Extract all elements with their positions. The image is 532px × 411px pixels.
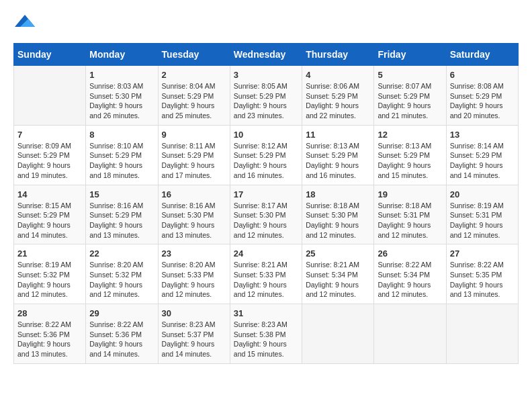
header-cell-wednesday: Wednesday [230,44,302,66]
day-cell [302,304,374,364]
day-number: 30 [162,308,226,318]
day-info: Sunrise: 8:16 AMSunset: 5:29 PMDaylight:… [89,201,154,240]
day-info: Sunrise: 8:08 AMSunset: 5:29 PMDaylight:… [450,81,515,121]
day-info: Sunrise: 8:22 AMSunset: 5:35 PMDaylight:… [450,260,515,300]
header-cell-saturday: Saturday [446,44,518,66]
logo-icon [15,13,35,30]
day-info: Sunrise: 8:12 AMSunset: 5:29 PMDaylight:… [234,141,298,181]
day-cell: 10Sunrise: 8:12 AMSunset: 5:29 PMDayligh… [230,125,302,185]
day-cell: 29Sunrise: 8:22 AMSunset: 5:36 PMDayligh… [86,304,158,364]
day-cell: 16Sunrise: 8:16 AMSunset: 5:30 PMDayligh… [158,185,230,244]
week-row-1: 1Sunrise: 8:03 AMSunset: 5:30 PMDaylight… [14,66,519,126]
day-info: Sunrise: 8:14 AMSunset: 5:29 PMDaylight:… [450,141,515,181]
day-number: 31 [234,308,298,318]
day-cell: 21Sunrise: 8:19 AMSunset: 5:32 PMDayligh… [14,244,86,304]
day-info: Sunrise: 8:20 AMSunset: 5:33 PMDaylight:… [162,260,226,300]
day-cell [446,304,518,364]
day-cell: 28Sunrise: 8:22 AMSunset: 5:36 PMDayligh… [14,304,86,364]
day-cell [14,66,86,126]
day-cell: 30Sunrise: 8:23 AMSunset: 5:37 PMDayligh… [158,304,230,364]
day-number: 26 [378,248,442,259]
day-info: Sunrise: 8:15 AMSunset: 5:29 PMDaylight:… [17,201,82,240]
day-info: Sunrise: 8:21 AMSunset: 5:33 PMDaylight:… [234,260,298,300]
day-cell: 2Sunrise: 8:04 AMSunset: 5:29 PMDaylight… [158,66,230,126]
day-cell: 9Sunrise: 8:11 AMSunset: 5:29 PMDaylight… [158,125,230,185]
day-info: Sunrise: 8:16 AMSunset: 5:30 PMDaylight:… [162,201,226,240]
day-number: 21 [17,248,82,259]
week-row-5: 28Sunrise: 8:22 AMSunset: 5:36 PMDayligh… [14,304,519,364]
day-info: Sunrise: 8:10 AMSunset: 5:29 PMDaylight:… [89,141,154,181]
day-cell: 17Sunrise: 8:17 AMSunset: 5:30 PMDayligh… [230,185,302,244]
day-info: Sunrise: 8:19 AMSunset: 5:31 PMDaylight:… [450,201,515,240]
header-row: SundayMondayTuesdayWednesdayThursdayFrid… [14,44,519,66]
day-info: Sunrise: 8:23 AMSunset: 5:37 PMDaylight:… [162,320,226,359]
day-cell: 22Sunrise: 8:20 AMSunset: 5:32 PMDayligh… [86,244,158,304]
day-cell: 3Sunrise: 8:05 AMSunset: 5:29 PMDaylight… [230,66,302,126]
day-info: Sunrise: 8:22 AMSunset: 5:36 PMDaylight:… [89,320,154,359]
day-number: 1 [89,70,154,80]
week-row-4: 21Sunrise: 8:19 AMSunset: 5:32 PMDayligh… [14,244,519,304]
day-info: Sunrise: 8:07 AMSunset: 5:29 PMDaylight:… [378,81,442,121]
logo [13,13,35,33]
day-number: 3 [234,70,298,80]
day-number: 14 [17,189,82,199]
day-number: 2 [162,70,226,80]
day-number: 28 [17,308,82,318]
day-number: 24 [234,248,298,259]
day-number: 12 [378,130,442,140]
day-info: Sunrise: 8:06 AMSunset: 5:29 PMDaylight:… [306,81,370,121]
day-number: 16 [162,189,226,199]
day-number: 13 [450,130,515,140]
day-number: 8 [89,130,154,140]
day-info: Sunrise: 8:03 AMSunset: 5:30 PMDaylight:… [89,81,154,121]
day-cell: 15Sunrise: 8:16 AMSunset: 5:29 PMDayligh… [86,185,158,244]
day-info: Sunrise: 8:13 AMSunset: 5:29 PMDaylight:… [378,141,442,181]
day-info: Sunrise: 8:05 AMSunset: 5:29 PMDaylight:… [234,81,298,121]
header-cell-monday: Monday [86,44,158,66]
day-number: 4 [306,70,370,80]
day-cell: 6Sunrise: 8:08 AMSunset: 5:29 PMDaylight… [446,66,518,126]
day-info: Sunrise: 8:09 AMSunset: 5:29 PMDaylight:… [17,141,82,181]
day-cell: 31Sunrise: 8:23 AMSunset: 5:38 PMDayligh… [230,304,302,364]
day-info: Sunrise: 8:13 AMSunset: 5:29 PMDaylight:… [306,141,370,181]
day-info: Sunrise: 8:23 AMSunset: 5:38 PMDaylight:… [234,320,298,359]
day-number: 29 [89,308,154,318]
day-info: Sunrise: 8:20 AMSunset: 5:32 PMDaylight:… [89,260,154,300]
day-cell: 14Sunrise: 8:15 AMSunset: 5:29 PMDayligh… [14,185,86,244]
day-number: 11 [306,130,370,140]
day-number: 23 [162,248,226,259]
day-number: 22 [89,248,154,259]
header-cell-friday: Friday [374,44,446,66]
day-cell: 11Sunrise: 8:13 AMSunset: 5:29 PMDayligh… [302,125,374,185]
day-number: 7 [17,130,82,140]
day-cell: 4Sunrise: 8:06 AMSunset: 5:29 PMDaylight… [302,66,374,126]
day-cell: 18Sunrise: 8:18 AMSunset: 5:30 PMDayligh… [302,185,374,244]
day-number: 5 [378,70,442,80]
header [13,13,519,33]
day-cell: 5Sunrise: 8:07 AMSunset: 5:29 PMDaylight… [374,66,446,126]
header-cell-thursday: Thursday [302,44,374,66]
day-info: Sunrise: 8:19 AMSunset: 5:32 PMDaylight:… [17,260,82,300]
day-number: 15 [89,189,154,199]
day-cell: 7Sunrise: 8:09 AMSunset: 5:29 PMDaylight… [14,125,86,185]
day-cell: 13Sunrise: 8:14 AMSunset: 5:29 PMDayligh… [446,125,518,185]
day-info: Sunrise: 8:18 AMSunset: 5:30 PMDaylight:… [306,201,370,240]
day-cell: 27Sunrise: 8:22 AMSunset: 5:35 PMDayligh… [446,244,518,304]
day-number: 25 [306,248,370,259]
day-cell: 19Sunrise: 8:18 AMSunset: 5:31 PMDayligh… [374,185,446,244]
day-info: Sunrise: 8:21 AMSunset: 5:34 PMDaylight:… [306,260,370,300]
day-cell: 8Sunrise: 8:10 AMSunset: 5:29 PMDaylight… [86,125,158,185]
day-cell: 24Sunrise: 8:21 AMSunset: 5:33 PMDayligh… [230,244,302,304]
calendar-table: SundayMondayTuesdayWednesdayThursdayFrid… [13,43,519,364]
day-cell: 12Sunrise: 8:13 AMSunset: 5:29 PMDayligh… [374,125,446,185]
header-cell-sunday: Sunday [14,44,86,66]
day-number: 6 [450,70,515,80]
header-cell-tuesday: Tuesday [158,44,230,66]
week-row-3: 14Sunrise: 8:15 AMSunset: 5:29 PMDayligh… [14,185,519,244]
day-cell: 26Sunrise: 8:22 AMSunset: 5:34 PMDayligh… [374,244,446,304]
day-cell: 25Sunrise: 8:21 AMSunset: 5:34 PMDayligh… [302,244,374,304]
day-cell: 20Sunrise: 8:19 AMSunset: 5:31 PMDayligh… [446,185,518,244]
day-number: 19 [378,189,442,199]
day-number: 17 [234,189,298,199]
day-cell [374,304,446,364]
